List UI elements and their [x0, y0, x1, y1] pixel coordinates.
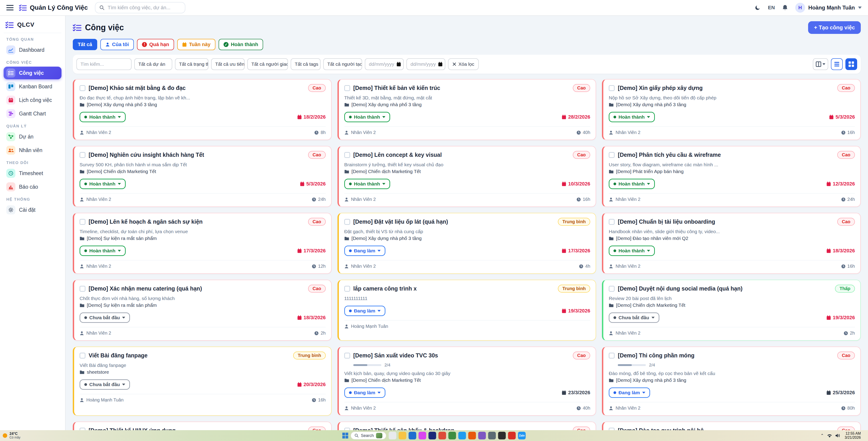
taskbar-app-chrome[interactable] — [438, 432, 446, 439]
tray-chevron-up-icon[interactable]: ⌃ — [820, 433, 824, 438]
status-dropdown[interactable]: Hoàn thành — [609, 246, 655, 256]
sidebar-item-gantt[interactable]: Gantt Chart — [4, 107, 61, 120]
task-card[interactable]: [Demo] Sản xuất video TVC 30s Cao 2/4 Vi… — [338, 347, 596, 416]
task-checkbox[interactable] — [344, 219, 350, 225]
sidebar-item-dashboard[interactable]: Dashboard — [4, 43, 61, 56]
sidebar-item-calendar[interactable]: Lịch công việc — [4, 94, 61, 106]
hamburger-menu-icon[interactable] — [6, 5, 13, 10]
taskbar-app-folder[interactable] — [399, 432, 406, 439]
task-checkbox[interactable] — [344, 428, 350, 430]
task-card[interactable]: [Demo] Thiết kế UI/UX ứng dụng Cao 2/4 D… — [73, 421, 332, 430]
task-card[interactable]: [Demo] Nghiên cứu insight khách hàng Tết… — [73, 146, 332, 207]
user-menu[interactable]: H Hoàng Mạnh Tuân — [795, 3, 862, 13]
status-dropdown[interactable]: Hoàn thành — [609, 112, 655, 122]
quick-filter-mine[interactable]: Của tôi — [100, 39, 134, 50]
status-dropdown[interactable]: Hoàn thành — [344, 112, 391, 122]
task-checkbox[interactable] — [80, 428, 86, 430]
sidebar-item-timesheet[interactable]: Timesheet — [4, 167, 61, 180]
taskbar-app-chrome-alt[interactable] — [508, 432, 516, 439]
task-checkbox[interactable] — [80, 152, 86, 158]
status-dropdown[interactable]: Hoàn thành — [80, 112, 126, 122]
task-card[interactable]: [Demo] Phân tích yêu cầu & wireframe Cao… — [602, 146, 861, 207]
filter-select-5[interactable]: Tất cả người tạo — [323, 58, 362, 70]
task-card[interactable]: [Demo] Lên concept & key visual Cao Brai… — [338, 146, 596, 207]
clear-filters-button[interactable]: Xóa lọc — [448, 58, 479, 70]
status-dropdown[interactable]: Chưa bắt đầu — [80, 312, 130, 323]
task-card[interactable]: [Demo] Duyệt nội dung social media (quá … — [602, 280, 861, 341]
filter-select-3[interactable]: Tất cả người giao — [247, 58, 288, 70]
task-card[interactable]: Viết Bài đăng fanpage Trung bình Viết Bà… — [73, 347, 332, 416]
sidebar-item-settings[interactable]: Cài đặt — [4, 203, 61, 216]
filter-date-from[interactable]: dd/mm/yyyy — [365, 58, 404, 70]
taskbar-app-letter-a[interactable] — [429, 432, 436, 439]
status-dropdown[interactable]: Đang làm — [344, 306, 385, 316]
grid-view-button[interactable] — [845, 58, 857, 70]
sidebar-item-projects[interactable]: Dự án — [4, 130, 61, 143]
taskbar-weather[interactable]: 24°CCó mây — [3, 432, 20, 439]
task-checkbox[interactable] — [344, 152, 350, 158]
filter-select-0[interactable]: Tất cả dự án — [134, 58, 172, 70]
task-card[interactable]: [Demo] Lên kế hoạch & ngân sách sự kiện … — [73, 213, 332, 274]
volume-icon[interactable] — [835, 433, 840, 438]
taskbar-app-firefox[interactable] — [468, 432, 476, 439]
taskbar-app-media[interactable] — [478, 432, 486, 439]
columns-dropdown-button[interactable] — [813, 58, 828, 70]
task-card[interactable]: [Demo] Xin giấy phép xây dựng Cao Nộp hồ… — [602, 79, 861, 140]
windows-start-button[interactable] — [342, 433, 348, 439]
task-card[interactable]: [Demo] Thiết kế sân khấu & backdrop Cao … — [338, 421, 596, 430]
taskbar-search[interactable]: Search — [350, 432, 386, 440]
quick-filter-done[interactable]: ✓Hoàn thành — [219, 39, 263, 50]
filter-select-1[interactable]: Tất cả trạng thá — [175, 58, 209, 70]
filter-select-2[interactable]: Tất cả ưu tiên — [211, 58, 245, 70]
status-dropdown[interactable]: Chưa bắt đầu — [80, 379, 130, 390]
task-card[interactable]: [Demo] Thiết kế bản vẽ kiến trúc Cao Thi… — [338, 79, 596, 140]
taskbar-app-steam[interactable] — [488, 432, 496, 439]
quick-filter-week[interactable]: Tuần này — [177, 39, 215, 50]
show-desktop-button[interactable] — [864, 432, 865, 439]
taskbar-clock[interactable]: 12:55 AM 3/21/2026 — [845, 432, 861, 439]
filter-search-input[interactable]: Tìm kiếm... — [76, 58, 131, 70]
status-dropdown[interactable]: Đang làm — [344, 246, 385, 256]
sidebar-item-kanban[interactable]: Kanban Board — [4, 80, 61, 93]
task-checkbox[interactable] — [609, 353, 615, 358]
task-checkbox[interactable] — [609, 152, 615, 158]
taskbar-app-vscode[interactable] — [458, 432, 466, 439]
sidebar-item-reports[interactable]: Báo cáo — [4, 181, 61, 193]
task-checkbox[interactable] — [609, 219, 615, 225]
task-checkbox[interactable] — [80, 219, 86, 225]
global-search-input[interactable]: Tìm kiếm công việc, dự án... — [95, 2, 185, 13]
taskbar-app-store[interactable] — [409, 432, 416, 439]
taskbar-app-nature[interactable] — [448, 432, 456, 439]
status-dropdown[interactable]: Đang làm — [609, 387, 650, 398]
create-task-button[interactable]: + Tạo công việc — [808, 21, 861, 34]
status-dropdown[interactable]: Chưa bắt đầu — [609, 312, 659, 323]
filter-date-to[interactable]: dd/mm/yyyy — [406, 58, 445, 70]
list-view-button[interactable] — [831, 58, 843, 70]
quick-filter-overdue[interactable]: !Quá hạn — [137, 39, 174, 50]
taskbar-app-photos[interactable] — [418, 432, 426, 439]
task-card[interactable]: [Demo] Đặt vật liệu ốp lát (quá hạn) Tru… — [338, 213, 596, 274]
taskbar-app-file-explorer[interactable] — [389, 432, 397, 439]
taskbar-app-zalo[interactable]: Zalo — [518, 432, 526, 439]
task-card[interactable]: [Demo] Đào tạo quy trình nội bộ Cao Đào … — [602, 421, 861, 430]
task-card[interactable]: lắp camera công trình x Trung bình 11111… — [338, 280, 596, 341]
status-dropdown[interactable]: Hoàn thành — [80, 246, 126, 256]
filter-select-4[interactable]: Tất cả tags — [291, 58, 320, 70]
task-card[interactable]: [Demo] Khảo sát mặt bằng & đo đạc Cao Đo… — [73, 79, 332, 140]
status-dropdown[interactable]: Hoàn thành — [344, 179, 391, 189]
task-checkbox[interactable] — [80, 286, 86, 292]
task-checkbox[interactable] — [344, 353, 350, 358]
task-checkbox[interactable] — [80, 353, 86, 358]
status-dropdown[interactable]: Hoàn thành — [609, 179, 655, 189]
task-checkbox[interactable] — [609, 85, 615, 91]
status-dropdown[interactable]: Hoàn thành — [80, 179, 126, 189]
task-checkbox[interactable] — [609, 428, 615, 430]
language-toggle[interactable]: EN — [768, 5, 775, 11]
taskbar-app-terminal[interactable] — [498, 432, 506, 439]
task-card[interactable]: [Demo] Chuẩn bị tài liệu onboarding Cao … — [602, 213, 861, 274]
sidebar-item-tasks[interactable]: Công việc — [4, 67, 61, 79]
task-checkbox[interactable] — [344, 286, 350, 292]
status-dropdown[interactable]: Đang làm — [344, 387, 385, 398]
quick-filter-all[interactable]: Tất cả — [73, 39, 97, 50]
task-checkbox[interactable] — [609, 286, 615, 292]
